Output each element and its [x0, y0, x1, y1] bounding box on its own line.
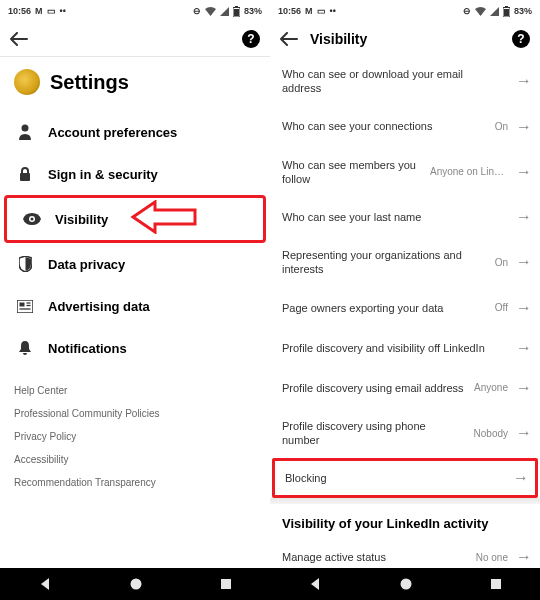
lock-icon [16, 165, 34, 183]
chevron-right-icon: → [516, 548, 528, 566]
status-battery-pct: 83% [514, 6, 532, 16]
chevron-right-icon: → [516, 339, 528, 357]
svg-point-12 [130, 579, 141, 590]
status-dnd-icon: ⊖ [193, 6, 201, 16]
row-value: Anyone [474, 382, 508, 393]
row-label: Manage active status [282, 550, 468, 564]
status-icon-m: M [35, 6, 43, 16]
status-wifi-icon [475, 7, 486, 16]
sidebar-item-advertising-data[interactable]: Advertising data [0, 285, 270, 327]
nav-recent-icon[interactable] [490, 578, 502, 590]
svg-rect-16 [504, 9, 509, 16]
android-navbar [270, 568, 540, 600]
chevron-right-icon: → [516, 72, 528, 90]
person-icon [16, 123, 34, 141]
avatar[interactable] [14, 69, 40, 95]
visibility-list: Who can see or download your email addre… [270, 56, 540, 568]
row-label: Page owners exporting your data [282, 301, 487, 315]
chevron-right-icon: → [516, 253, 528, 271]
chevron-right-icon: → [516, 424, 528, 442]
nav-back-icon[interactable] [38, 577, 52, 591]
chevron-right-icon: → [516, 208, 528, 226]
row-connections[interactable]: Who can see your connections On → [270, 107, 540, 147]
status-icon-msg: ▭ [317, 6, 326, 16]
svg-rect-4 [20, 173, 30, 181]
svg-rect-7 [17, 300, 33, 313]
help-button[interactable]: ? [242, 30, 260, 48]
sidebar-item-account-preferences[interactable]: Account preferences [0, 111, 270, 153]
annotation-arrow [129, 200, 199, 234]
back-button[interactable] [280, 32, 298, 46]
menu-label: Notifications [48, 341, 127, 356]
chevron-right-icon: → [513, 469, 525, 487]
row-label: Profile discovery using phone number [282, 419, 466, 448]
row-value: On [495, 257, 508, 268]
status-bar: 10:56 M ▭ •• ⊖ 83% [0, 0, 270, 22]
chevron-right-icon: → [516, 118, 528, 136]
row-value: On [495, 121, 508, 132]
row-last-name[interactable]: Who can see your last name → [270, 197, 540, 237]
row-value: Nobody [474, 428, 508, 439]
footer-link-privacy-policy[interactable]: Privacy Policy [14, 431, 256, 442]
nav-home-icon[interactable] [129, 577, 143, 591]
sidebar-item-notifications[interactable]: Notifications [0, 327, 270, 369]
app-bar: Visibility ? [270, 22, 540, 56]
status-dnd-icon: ⊖ [463, 6, 471, 16]
status-signal-icon [220, 7, 229, 16]
svg-rect-18 [491, 579, 501, 589]
row-discovery-phone[interactable]: Profile discovery using phone number Nob… [270, 408, 540, 459]
status-battery-pct: 83% [244, 6, 262, 16]
back-button[interactable] [10, 32, 28, 46]
nav-recent-icon[interactable] [220, 578, 232, 590]
row-value: No one [476, 552, 508, 563]
row-discovery-email[interactable]: Profile discovery using email address An… [270, 368, 540, 408]
row-label: Who can see your last name [282, 210, 500, 224]
status-battery-icon [503, 6, 510, 17]
svg-rect-2 [234, 9, 239, 16]
status-wifi-icon [205, 7, 216, 16]
row-label: Representing your organizations and inte… [282, 248, 487, 277]
footer-link-recommendation-transparency[interactable]: Recommendation Transparency [14, 477, 256, 488]
row-active-status[interactable]: Manage active status No one → [270, 537, 540, 568]
footer-link-help-center[interactable]: Help Center [14, 385, 256, 396]
status-time: 10:56 [278, 6, 301, 16]
footer-link-accessibility[interactable]: Accessibility [14, 454, 256, 465]
row-blocking[interactable]: Blocking → [272, 458, 538, 498]
settings-screen: 10:56 M ▭ •• ⊖ 83% [0, 0, 270, 600]
status-icon-dots: •• [60, 6, 66, 16]
settings-menu: Account preferences Sign in & security V… [0, 107, 270, 373]
chevron-right-icon: → [516, 299, 528, 317]
row-label: Who can see members you follow [282, 158, 422, 187]
row-discovery-off-linkedin[interactable]: Profile discovery and visibility off Lin… [270, 328, 540, 368]
nav-back-icon[interactable] [308, 577, 322, 591]
nav-home-icon[interactable] [399, 577, 413, 591]
svg-rect-8 [20, 302, 25, 306]
status-icon-dots: •• [330, 6, 336, 16]
menu-label: Data privacy [48, 257, 125, 272]
status-time: 10:56 [8, 6, 31, 16]
sidebar-item-visibility[interactable]: Visibility [4, 195, 266, 243]
chevron-right-icon: → [516, 379, 528, 397]
chevron-right-icon: → [516, 163, 528, 181]
android-navbar [0, 568, 270, 600]
sidebar-item-data-privacy[interactable]: Data privacy [0, 243, 270, 285]
menu-label: Visibility [55, 212, 108, 227]
svg-point-6 [31, 218, 34, 221]
row-page-owners-export[interactable]: Page owners exporting your data Off → [270, 288, 540, 328]
row-organizations-interests[interactable]: Representing your organizations and inte… [270, 237, 540, 288]
help-button[interactable]: ? [512, 30, 530, 48]
sidebar-item-sign-in-security[interactable]: Sign in & security [0, 153, 270, 195]
bell-icon [16, 339, 34, 357]
page-header: Settings [0, 57, 270, 107]
svg-point-17 [400, 579, 411, 590]
footer-link-community-policies[interactable]: Professional Community Policies [14, 408, 256, 419]
row-label: Profile discovery and visibility off Lin… [282, 341, 500, 355]
eye-icon [23, 210, 41, 228]
row-label: Who can see or download your email addre… [282, 67, 500, 96]
status-battery-icon [233, 6, 240, 17]
page-title: Visibility [310, 31, 367, 47]
row-members-you-follow[interactable]: Who can see members you follow Anyone on… [270, 147, 540, 198]
row-email-address[interactable]: Who can see or download your email addre… [270, 56, 540, 107]
status-icon-msg: ▭ [47, 6, 56, 16]
row-label: Profile discovery using email address [282, 381, 466, 395]
